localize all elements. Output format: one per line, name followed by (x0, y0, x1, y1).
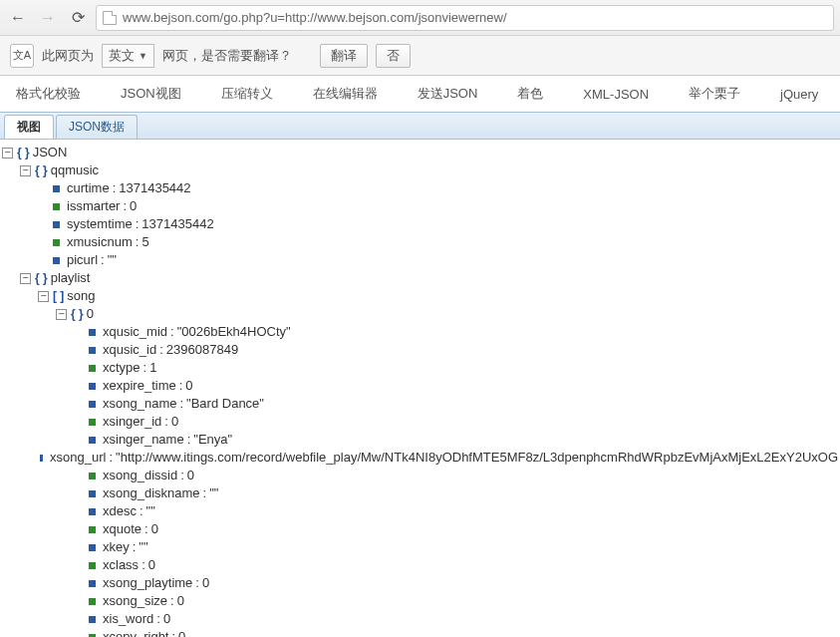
node-key: curtime (67, 179, 110, 197)
tree-node[interactable]: xsong_size:0 (2, 592, 838, 610)
tree-node[interactable]: curtime:1371435442 (2, 179, 838, 197)
menu-item[interactable]: 在线编辑器 (313, 85, 378, 103)
address-bar[interactable]: www.bejson.com/go.php?u=http://www.bejso… (96, 5, 834, 31)
tree-node[interactable]: −{ }playlist (2, 269, 838, 287)
tab-view[interactable]: 视图 (4, 115, 54, 139)
tree-node[interactable]: issmarter:0 (2, 197, 838, 215)
tree-node[interactable]: −{ }0 (2, 305, 838, 323)
property-icon (89, 383, 96, 390)
property-icon (53, 257, 60, 264)
node-value: 0 (163, 610, 170, 628)
tree-node[interactable]: xqusic_mid:"0026bEkh4HOCty" (2, 323, 838, 341)
node-value: 5 (141, 233, 148, 251)
menu-item[interactable]: 举个栗子 (689, 85, 740, 103)
tree-node[interactable]: xdesc:"" (2, 502, 838, 520)
tree-node[interactable]: xquote:0 (2, 520, 838, 538)
menu-item[interactable]: 压缩转义 (221, 85, 273, 103)
node-key: JSON (33, 144, 68, 161)
collapse-icon[interactable]: − (20, 273, 31, 284)
menu-item[interactable]: 着色 (517, 85, 543, 103)
collapse-icon[interactable]: − (38, 291, 49, 302)
tree-node[interactable]: xsong_dissid:0 (2, 467, 838, 484)
node-key: xctype (103, 359, 140, 377)
tree-node[interactable]: −{ }JSON (2, 144, 838, 161)
tab-json-data[interactable]: JSON数据 (56, 115, 138, 139)
property-icon (40, 455, 43, 462)
tab-bar: 视图 JSON数据 (0, 112, 840, 140)
translate-bar: 文A 此网页为 英文▼ 网页，是否需要翻译？ 翻译 否 (0, 36, 840, 76)
menu-item[interactable]: jQuery (780, 87, 818, 102)
property-icon (89, 329, 96, 336)
forward-button[interactable]: → (36, 6, 60, 30)
property-icon (53, 185, 60, 192)
collapse-icon[interactable]: − (20, 165, 31, 176)
translate-icon: 文A (10, 44, 34, 68)
tree-node[interactable]: xsong_playtime:0 (2, 574, 838, 592)
node-key: xsong_size (103, 592, 167, 610)
node-value: 0 (148, 556, 155, 574)
tree-node[interactable]: −[ ]song (2, 287, 838, 305)
menu-item[interactable]: XML-JSON (583, 87, 649, 102)
tree-node[interactable]: xqusic_id:2396087849 (2, 341, 838, 359)
node-key: song (67, 287, 95, 305)
node-value: 0 (178, 628, 185, 637)
node-key: xsinger_id (103, 413, 161, 431)
reload-button[interactable]: ⟳ (66, 6, 90, 30)
tree-node[interactable]: −{ }qqmusic (2, 161, 838, 179)
tree-node[interactable]: xcopy_right:0 (2, 628, 838, 637)
property-icon (89, 508, 96, 515)
property-icon (53, 239, 60, 246)
collapse-icon[interactable]: − (56, 309, 67, 320)
tree-node[interactable]: xsinger_id:0 (2, 413, 838, 431)
translate-prefix: 此网页为 (42, 47, 94, 65)
node-key: picurl (67, 251, 98, 269)
language-select[interactable]: 英文▼ (102, 44, 154, 68)
node-key: qqmusic (51, 161, 99, 179)
collapse-icon[interactable]: − (2, 148, 13, 159)
object-icon: { } (35, 161, 48, 179)
menu-item[interactable]: 发送JSON (418, 85, 478, 103)
translate-button[interactable]: 翻译 (320, 44, 368, 68)
tree-node[interactable]: xsong_name:"Bard Dance" (2, 395, 838, 413)
node-key: xkey (103, 538, 130, 556)
menu-item[interactable]: JSON视图 (121, 85, 181, 103)
node-value: "" (139, 538, 147, 556)
node-key: xqusic_id (103, 341, 156, 359)
property-icon (89, 419, 96, 426)
page-icon (103, 11, 117, 25)
property-icon (89, 347, 96, 354)
node-value: 0 (130, 197, 137, 215)
tree-node[interactable]: xsong_url:"http://www.itings.com/record/… (2, 449, 838, 467)
no-button[interactable]: 否 (376, 44, 411, 68)
tree-node[interactable]: xmusicnum:5 (2, 233, 838, 251)
property-icon (89, 634, 96, 638)
node-key: 0 (87, 305, 94, 323)
menu-item[interactable]: 格式化校验 (16, 85, 81, 103)
node-value: "http://www.itings.com/record/webfile_pl… (116, 449, 838, 467)
tree-node[interactable]: xsinger_name:"Enya" (2, 431, 838, 449)
tree-node[interactable]: xexpire_time:0 (2, 377, 838, 395)
array-icon: [ ] (53, 287, 64, 305)
tree-node[interactable]: xkey:"" (2, 538, 838, 556)
property-icon (53, 221, 60, 228)
node-key: xexpire_time (103, 377, 176, 395)
property-icon (89, 526, 96, 533)
tree-node[interactable]: xclass:0 (2, 556, 838, 574)
object-icon: { } (71, 305, 84, 323)
node-key: xsinger_name (103, 431, 184, 449)
node-value: 1371435442 (141, 215, 213, 233)
tree-node[interactable]: xsong_diskname:"" (2, 484, 838, 502)
property-icon (89, 401, 96, 408)
tree-node[interactable]: picurl:"" (2, 251, 838, 269)
node-key: xsong_dissid (103, 467, 177, 484)
tree-node[interactable]: xctype:1 (2, 359, 838, 377)
tree-node[interactable]: systemtime:1371435442 (2, 215, 838, 233)
node-key: xmusicnum (67, 233, 133, 251)
property-icon (89, 580, 96, 587)
back-button[interactable]: ← (6, 6, 30, 30)
property-icon (89, 562, 96, 569)
property-icon (89, 473, 96, 479)
tree-node[interactable]: xis_word:0 (2, 610, 838, 628)
node-key: xis_word (103, 610, 153, 628)
node-key: systemtime (67, 215, 133, 233)
